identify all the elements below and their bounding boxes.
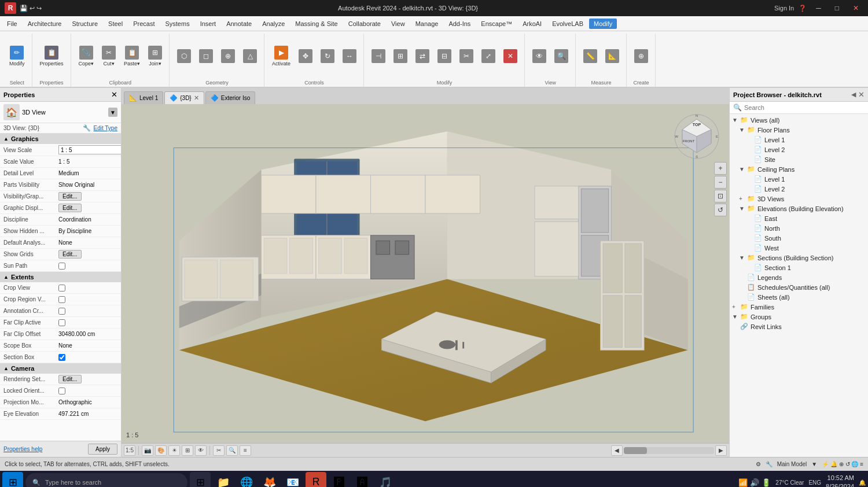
battery-icon[interactable]: 🔋: [762, 478, 771, 487]
vb-render-btn[interactable]: 🎨: [155, 445, 167, 456]
menu-enscape[interactable]: Enscape™: [476, 19, 517, 29]
menu-arkoai[interactable]: ArkoAI: [518, 19, 546, 29]
tree-ceiling-plans[interactable]: ▼ 📁 Ceiling Plans: [730, 164, 868, 174]
tree-sheets[interactable]: 📄 Sheets (all): [730, 292, 868, 302]
menu-insert[interactable]: Insert: [196, 19, 221, 29]
tree-schedules[interactable]: 📋 Schedules/Quantities (all): [730, 282, 868, 292]
view-scale-input[interactable]: [58, 145, 121, 154]
array-btn[interactable]: ⊟: [434, 47, 455, 65]
tree-level1-fp[interactable]: 📄 Level 1: [730, 135, 868, 145]
menu-collaborate[interactable]: Collaborate: [344, 19, 385, 29]
tree-legends[interactable]: 📄 Legends: [730, 272, 868, 282]
taskbar-firefox[interactable]: 🦊: [259, 472, 280, 487]
menu-analyze[interactable]: Analyze: [258, 19, 289, 29]
far-clip-active-checkbox[interactable]: [58, 319, 65, 326]
tree-floor-plans[interactable]: ▼ 📁 Floor Plans: [730, 125, 868, 135]
pb-close-btn[interactable]: ✕: [858, 90, 865, 99]
h-scroll-track[interactable]: [624, 447, 714, 454]
geom-btn3[interactable]: ⊕: [218, 47, 238, 65]
vb-section-btn[interactable]: ✂: [213, 445, 225, 456]
vb-scale-btn[interactable]: 1:5: [124, 445, 135, 456]
activate-btn[interactable]: ▶ Activate: [269, 43, 294, 69]
visibility-graph-btn[interactable]: Edit...: [58, 192, 82, 201]
tab-3d[interactable]: 🔷 {3D} ✕: [164, 91, 204, 104]
graphics-section-header[interactable]: ▲ Graphics: [0, 134, 121, 144]
section-box-checkbox[interactable]: [58, 354, 65, 361]
tree-west[interactable]: 📄 West: [730, 243, 868, 253]
status-model-dropdown[interactable]: ▼: [811, 461, 817, 467]
menu-view[interactable]: View: [387, 19, 410, 29]
tree-level2-cp[interactable]: 📄 Level 2: [730, 184, 868, 194]
extents-section-header[interactable]: ▲ Extents: [0, 272, 121, 282]
menu-systems[interactable]: Systems: [160, 19, 194, 29]
help-btn[interactable]: ❓: [799, 5, 807, 12]
paste-btn[interactable]: 📋 Paste▾: [120, 43, 144, 69]
taskbar-revit-active[interactable]: R: [306, 472, 326, 487]
geom-btn1[interactable]: ⬡: [174, 47, 194, 65]
taskbar-clock[interactable]: 10:52 AM 8/26/2024: [826, 474, 854, 487]
view-btn2[interactable]: 🔍: [551, 47, 572, 65]
close-btn[interactable]: ✕: [848, 3, 863, 13]
taskbar-app1[interactable]: 🎵: [375, 472, 396, 487]
tree-section1[interactable]: 📄 Section 1: [730, 263, 868, 272]
vb-camera-btn[interactable]: 📷: [142, 445, 153, 456]
tree-north[interactable]: 📄 North: [730, 223, 868, 233]
viewport-3d[interactable]: TOP FRONT N S W E + − ⊡ ↺ 1 : 5: [122, 104, 729, 443]
measure-btn1[interactable]: 📏: [580, 47, 601, 65]
pb-search-input[interactable]: [744, 104, 865, 111]
menu-steel[interactable]: Steel: [104, 19, 127, 29]
tree-revit-links[interactable]: 🔗 Revit Links: [730, 322, 868, 331]
menu-addins[interactable]: Add-Ins: [444, 19, 475, 29]
offset-btn[interactable]: ⊞: [390, 47, 411, 65]
tree-elevations[interactable]: ▼ 📁 Elevations (Building Elevation): [730, 204, 868, 213]
graphic-displ-btn[interactable]: Edit...: [58, 204, 82, 212]
show-grids-btn[interactable]: Edit...: [58, 250, 82, 259]
3d-rotate-btn[interactable]: ↺: [714, 204, 727, 216]
vb-thin-btn[interactable]: ≡: [240, 445, 251, 456]
vb-crop-btn[interactable]: ⊞: [182, 445, 193, 456]
taskbar-illustrator[interactable]: 🅰: [352, 472, 373, 487]
menu-architecture[interactable]: Architecture: [23, 19, 67, 29]
tree-site-fp[interactable]: 📄 Site: [730, 154, 868, 164]
viewcube[interactable]: TOP FRONT N S W E: [674, 113, 720, 160]
crop-region-v-checkbox[interactable]: [58, 296, 65, 303]
sun-path-checkbox[interactable]: [58, 263, 65, 270]
maximize-btn[interactable]: □: [830, 3, 844, 13]
pb-collapse-btn[interactable]: ◀: [851, 91, 856, 98]
cope-btn[interactable]: 📎 Cope▾: [75, 43, 98, 69]
h-scroll-thumb[interactable]: [624, 447, 647, 454]
delete-btn[interactable]: ✕: [500, 47, 521, 65]
start-btn[interactable]: ⊞: [2, 472, 23, 487]
edit-type-btn[interactable]: Edit Type: [93, 125, 117, 131]
menu-annotate[interactable]: Annotate: [222, 19, 256, 29]
vb-shadows-btn[interactable]: ☀: [168, 445, 180, 456]
menu-file[interactable]: File: [2, 19, 22, 29]
trim-btn[interactable]: ✂: [456, 47, 477, 65]
minimize-btn[interactable]: ─: [811, 3, 826, 13]
scroll-right-btn[interactable]: ▶: [715, 445, 727, 456]
tab-3d-close[interactable]: ✕: [194, 94, 199, 102]
menu-massing[interactable]: Massing & Site: [290, 19, 342, 29]
join-btn[interactable]: ⊞ Join▾: [145, 43, 165, 69]
tree-south[interactable]: 📄 South: [730, 233, 868, 243]
menu-evolvelab[interactable]: EvolveLAB: [547, 19, 588, 29]
view-btn1[interactable]: 👁: [529, 47, 550, 65]
taskbar-file-explorer[interactable]: 📁: [213, 472, 234, 487]
cut-btn[interactable]: ✂ Cut▾: [98, 43, 119, 69]
tree-level1-cp[interactable]: 📄 Level 1: [730, 174, 868, 184]
flip-btn[interactable]: ↔: [339, 47, 360, 65]
zoom-in-btn[interactable]: +: [714, 162, 727, 175]
tree-level2-fp[interactable]: 📄 Level 2: [730, 145, 868, 154]
type-dropdown-arrow[interactable]: ▼: [108, 108, 117, 117]
volume-icon[interactable]: 🔊: [750, 478, 759, 487]
scroll-left-btn[interactable]: ◀: [611, 445, 623, 456]
apply-btn[interactable]: Apply: [88, 444, 117, 455]
notification-icon[interactable]: 🔔: [859, 479, 866, 486]
tree-east[interactable]: 📄 East: [730, 213, 868, 223]
taskbar-edge[interactable]: 🌐: [236, 472, 257, 487]
rendering-set-btn[interactable]: Edit...: [58, 375, 82, 383]
crop-view-checkbox[interactable]: [58, 285, 65, 292]
properties-close-btn[interactable]: ✕: [111, 90, 117, 99]
tab-level1[interactable]: 📐 Level 1: [124, 91, 163, 104]
locked-orient-checkbox[interactable]: [58, 388, 65, 394]
